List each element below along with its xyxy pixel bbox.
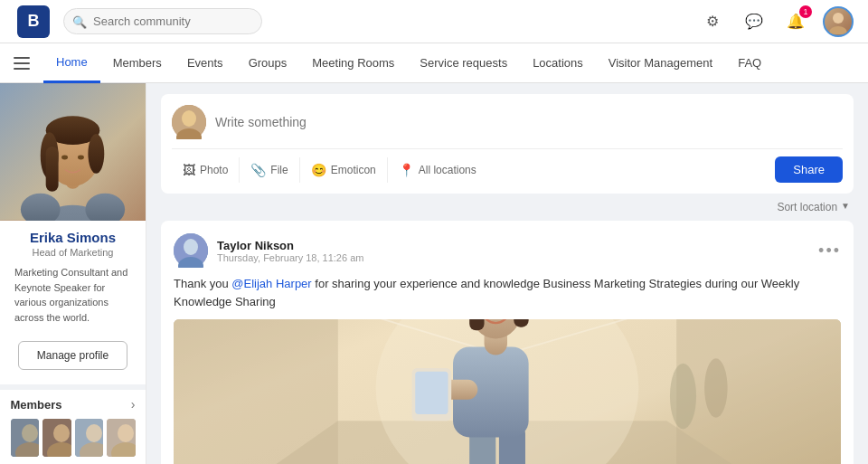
notifications-button[interactable]: 🔔 1 [781,7,810,36]
member-thumb-1[interactable] [11,419,40,457]
user-avatar-topbar[interactable] [823,6,854,37]
members-section: Members › [0,384,146,464]
nav-members[interactable]: Members [100,43,175,83]
svg-rect-3 [14,62,30,64]
hamburger-menu[interactable] [7,49,36,78]
member-thumbnails [11,419,136,457]
svg-rect-2 [14,57,30,59]
logo[interactable]: B [14,3,52,41]
svg-point-24 [86,424,102,442]
svg-rect-47 [415,372,448,414]
emoticon-action[interactable]: 😊 Emoticon [300,157,388,183]
post-menu-button[interactable]: ••• [818,241,841,260]
nav-home[interactable]: Home [43,43,100,83]
profile-title: Head of Marketing [11,247,135,258]
emoticon-icon: 😊 [311,163,326,177]
composer-actions: 🖼 Photo 📎 File 😊 Emoticon 📍 All location… [172,148,843,183]
post-time: Thursday, February 18, 11:26 am [217,252,809,263]
svg-point-54 [704,358,727,417]
topbar-actions: ⚙ 💬 🔔 1 [698,6,854,37]
nav-groups[interactable]: Groups [236,43,300,83]
svg-point-1 [829,26,847,34]
svg-point-14 [78,155,84,159]
post-card: Taylor Nikson Thursday, February 18, 11:… [161,221,854,464]
post-author-avatar [174,233,208,268]
sort-label[interactable]: Sort location [777,201,837,213]
members-arrow[interactable]: › [131,397,136,412]
svg-point-30 [182,110,196,127]
sort-bar: Sort location ▼ [161,201,854,213]
svg-point-13 [61,155,68,159]
nav-service-requests[interactable]: Service requests [407,43,520,83]
post-header: Taylor Nikson Thursday, February 18, 11:… [174,233,841,268]
main-layout: Erika Simons Head of Marketing Marketing… [0,83,868,464]
post-body: Thank you @Elijah Harper for sharing you… [174,275,841,310]
search-icon: 🔍 [72,14,87,28]
svg-rect-4 [14,68,30,70]
sort-arrow: ▼ [841,201,850,213]
member-thumb-3[interactable] [75,419,104,457]
svg-rect-40 [676,319,841,464]
svg-rect-12 [46,147,59,192]
post-composer: 🖼 Photo 📎 File 😊 Emoticon 📍 All location… [161,94,854,194]
right-content: 🖼 Photo 📎 File 😊 Emoticon 📍 All location… [146,83,868,464]
search-wrap: 🔍 [63,8,262,34]
left-sidebar: Erika Simons Head of Marketing Marketing… [0,83,146,464]
svg-point-0 [833,13,844,24]
photo-icon: 🖼 [183,163,195,177]
messages-button[interactable]: 💬 [740,7,769,36]
svg-rect-39 [174,319,338,464]
messages-icon: 💬 [745,13,763,30]
profile-name: Erika Simons [11,230,135,245]
member-thumb-4[interactable] [107,419,136,457]
file-action[interactable]: 📎 File [240,157,299,183]
svg-point-33 [184,239,198,255]
notification-badge: 1 [799,5,812,18]
subnav: Home Members Events Groups Meeting Rooms… [0,43,868,83]
nav-items: Home Members Events Groups Meeting Rooms… [43,43,774,83]
members-header: Members › [11,397,136,412]
share-button[interactable]: Share [775,156,843,183]
post-meta: Taylor Nikson Thursday, February 18, 11:… [217,239,809,263]
sidebar-profile-info: Erika Simons Head of Marketing Marketing… [0,221,146,332]
svg-point-27 [118,424,134,442]
svg-point-18 [22,424,38,442]
composer-top [172,105,843,139]
nav-meeting-rooms[interactable]: Meeting Rooms [299,43,407,83]
composer-avatar [172,105,206,139]
members-title: Members [11,398,62,412]
location-icon: 📍 [399,163,414,177]
post-mention[interactable]: @Elijah Harper [231,277,311,290]
file-icon: 📎 [250,163,266,177]
write-something-input[interactable] [215,115,843,129]
settings-icon: ⚙ [706,13,719,30]
svg-point-53 [670,364,696,430]
svg-rect-51 [469,319,484,330]
svg-point-11 [88,134,104,174]
profile-cover [0,83,146,221]
member-thumb-2[interactable] [42,419,71,457]
all-locations-action[interactable]: 📍 All locations [388,157,487,183]
svg-point-21 [53,424,70,442]
nav-events[interactable]: Events [175,43,236,83]
logo-icon: B [17,5,50,38]
profile-cover-image [0,83,146,221]
search-input[interactable] [63,8,262,34]
post-author-name: Taylor Nikson [217,239,809,252]
settings-button[interactable]: ⚙ [698,7,727,36]
photo-action[interactable]: 🖼 Photo [172,157,240,183]
profile-bio: Marketing Consultant and Keynote Speaker… [11,265,135,325]
nav-visitor-management[interactable]: Visitor Management [596,43,725,83]
nav-faq[interactable]: FAQ [725,43,774,83]
post-image [174,319,841,464]
nav-locations[interactable]: Locations [520,43,596,83]
manage-profile-button[interactable]: Manage profile [18,341,127,370]
topbar: B 🔍 ⚙ 💬 🔔 1 [0,0,868,43]
post-body-start: Thank you [174,277,231,290]
